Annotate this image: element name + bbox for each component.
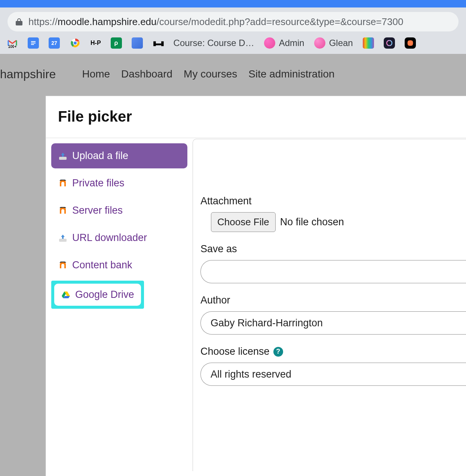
bars-icon: ▮▬▮ <box>153 37 164 49</box>
attachment-label: Attachment <box>200 195 466 207</box>
file-picker-title: File picker <box>46 96 466 138</box>
bookmark-black[interactable] <box>405 37 416 49</box>
browser-tab-strip <box>0 0 466 7</box>
docs-icon <box>28 37 39 49</box>
repo-server-files[interactable]: Server files <box>51 198 187 223</box>
bookmark-rainbow[interactable] <box>363 37 374 49</box>
gmail-icon: 100+ <box>7 37 18 49</box>
moodle-icon <box>58 206 68 216</box>
license-select[interactable] <box>200 363 466 386</box>
repo-server-label: Server files <box>72 205 123 216</box>
repo-upload-label: Upload a file <box>72 150 128 162</box>
bookmark-course[interactable]: Course: Course D… <box>174 38 254 48</box>
repo-list: Upload a file Private files Server files… <box>46 138 193 471</box>
no-file-chosen-text: No file chosen <box>280 216 344 228</box>
repo-url-label: URL downloader <box>72 232 147 244</box>
bookmarks-bar: 100+ 27 H-P ρ ▮▬▮ Course: Course D… Admi… <box>0 35 466 54</box>
author-label: Author <box>200 295 466 306</box>
repo-private-files[interactable]: Private files <box>51 171 187 196</box>
bookmark-h5p[interactable]: H-P <box>91 37 101 49</box>
license-label-text: Choose license <box>200 346 270 357</box>
rainbow-icon <box>363 37 374 49</box>
svg-text:100+: 100+ <box>8 45 17 49</box>
choose-file-button[interactable]: Choose File <box>211 212 276 232</box>
bookmark-docs[interactable] <box>28 37 39 49</box>
nav-dashboard[interactable]: Dashboard <box>121 68 172 80</box>
svg-rect-2 <box>31 41 36 42</box>
black-shape-icon <box>405 37 416 49</box>
repo-google-drive[interactable]: Google Drive <box>54 284 141 306</box>
bookmark-glean[interactable]: Glean <box>314 37 353 49</box>
blue-square-icon <box>132 37 143 49</box>
bookmark-glean-label: Glean <box>329 38 353 48</box>
bookmark-admin[interactable]: Admin <box>264 37 304 49</box>
moodle-icon <box>58 178 68 188</box>
repo-private-label: Private files <box>72 177 125 189</box>
bookmark-admin-label: Admin <box>279 38 304 48</box>
h5p-icon: H-P <box>91 37 101 49</box>
bookmark-circle[interactable] <box>384 37 395 49</box>
bookmark-blue-square[interactable] <box>132 37 143 49</box>
page-background: hampshire Home Dashboard My courses Site… <box>0 54 466 94</box>
green-p-icon: ρ <box>111 37 122 49</box>
url-path: /course/modedit.php?add=resource&type=&c… <box>157 16 404 27</box>
bookmark-course-label: Course: Course D… <box>174 38 254 48</box>
pink-blob-icon <box>264 37 275 49</box>
upload-form-panel: Attachment Choose File No file chosen Sa… <box>193 139 466 471</box>
top-nav: hampshire Home Dashboard My courses Site… <box>0 54 466 94</box>
lock-icon <box>16 18 22 25</box>
saveas-input[interactable] <box>200 260 466 283</box>
gdrive-icon <box>61 290 71 300</box>
attachment-field: Attachment Choose File No file chosen <box>200 195 466 232</box>
nav-my-courses[interactable]: My courses <box>184 68 237 80</box>
svg-rect-4 <box>31 44 34 45</box>
calendar-icon: 27 <box>49 37 60 49</box>
saveas-field: Save as <box>200 243 466 283</box>
pink-blob2-icon <box>314 37 325 49</box>
url-scheme: https:// <box>28 16 58 27</box>
license-label: Choose license ? <box>200 346 466 357</box>
upload-icon <box>58 151 68 161</box>
repo-url-downloader[interactable]: URL downloader <box>51 225 187 250</box>
author-field: Author <box>200 295 466 335</box>
chrome-icon <box>70 37 81 49</box>
highlight-annotation: Google Drive <box>51 281 144 309</box>
svg-rect-11 <box>59 157 67 160</box>
help-icon[interactable]: ? <box>273 347 283 357</box>
file-picker-body: Upload a file Private files Server files… <box>46 138 466 471</box>
url-host: moodle.hampshire.edu <box>58 16 157 27</box>
url-bar-container: https://moodle.hampshire.edu/course/mode… <box>0 7 466 35</box>
svg-rect-3 <box>31 43 36 43</box>
saveas-label: Save as <box>200 243 466 255</box>
repo-gdrive-label: Google Drive <box>75 289 134 300</box>
bookmark-chrome[interactable] <box>70 37 81 49</box>
bookmark-green[interactable]: ρ <box>111 37 122 49</box>
nav-site-admin[interactable]: Site administration <box>248 68 334 80</box>
moodle-icon <box>58 260 68 270</box>
brand[interactable]: hampshire <box>0 67 71 81</box>
download-icon <box>58 233 68 243</box>
bookmark-gmail[interactable]: 100+ <box>7 37 18 49</box>
url-text: https://moodle.hampshire.edu/course/mode… <box>28 16 403 28</box>
svg-rect-12 <box>59 239 67 242</box>
nav-home[interactable]: Home <box>82 68 110 80</box>
file-picker-modal: File picker Upload a file Private files … <box>46 96 466 476</box>
bookmark-bars[interactable]: ▮▬▮ <box>153 37 164 49</box>
circle-o-icon <box>384 37 395 49</box>
url-bar[interactable]: https://moodle.hampshire.edu/course/mode… <box>7 12 459 31</box>
repo-content-bank[interactable]: Content bank <box>51 253 187 278</box>
svg-point-10 <box>387 40 392 46</box>
repo-upload-a-file[interactable]: Upload a file <box>51 143 187 168</box>
license-field: Choose license ? <box>200 346 466 386</box>
bookmark-calendar[interactable]: 27 <box>49 37 60 49</box>
repo-contentbank-label: Content bank <box>72 259 132 271</box>
author-input[interactable] <box>200 311 466 335</box>
